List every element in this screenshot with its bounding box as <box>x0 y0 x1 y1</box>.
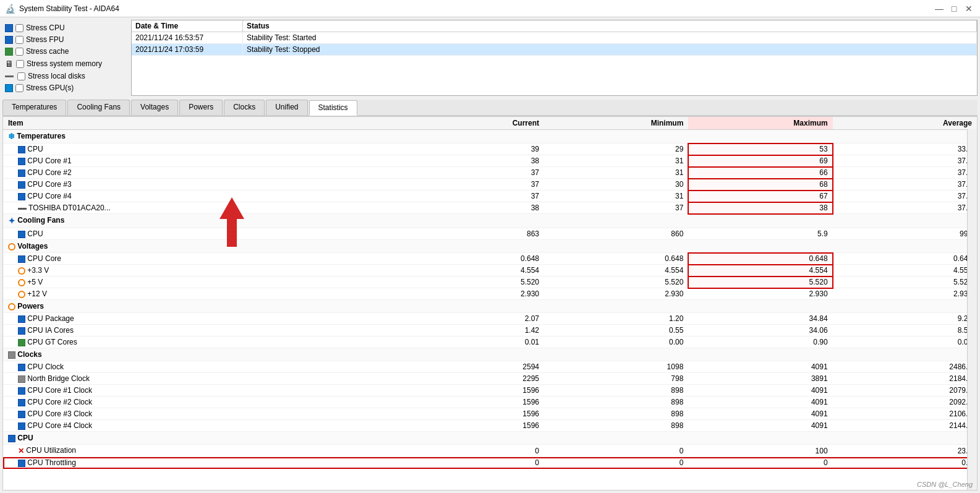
app-icon: 🔬 <box>5 4 15 14</box>
stress-memory-label: Stress system memory <box>27 59 102 68</box>
stress-cache-option[interactable]: Stress cache <box>5 46 124 57</box>
stress-gpu-icon <box>5 84 13 92</box>
log-datetime-2: 2021/11/24 17:03:59 <box>132 44 243 55</box>
title-bar: 🔬 System Stability Test - AIDA64 — □ ✕ <box>0 0 980 17</box>
table-row[interactable]: CPU Core #1 Clock159689840912079.9 <box>3 385 977 397</box>
table-row[interactable]: CPU Core0.6480.6480.6480.648 <box>3 253 977 265</box>
log-row-2[interactable]: 2021/11/24 17:03:59 Stability Test: Stop… <box>132 44 977 56</box>
maximize-button[interactable]: □ <box>948 2 960 15</box>
table-row[interactable]: CPU IA Cores1.420.5534.068.55 <box>3 325 977 337</box>
col-minimum: Minimum <box>544 117 688 130</box>
tab-voltages[interactable]: Voltages <box>131 100 178 115</box>
stress-cpu-option[interactable]: Stress CPU <box>5 22 124 33</box>
tab-unified[interactable]: Unified <box>266 100 307 115</box>
table-row[interactable]: North Bridge Clock229579838912184.3 <box>3 373 977 385</box>
stress-disks-checkbox[interactable] <box>17 72 25 80</box>
stress-memory-checkbox[interactable] <box>16 60 24 68</box>
log-header: Date & Time Status <box>132 20 977 32</box>
table-section-clocks: Clocks <box>3 348 977 361</box>
tab-cooling-fans[interactable]: Cooling Fans <box>67 100 130 115</box>
log-status-1: Stability Test: Started <box>243 32 977 43</box>
watermark: CSDN @L_Cheng <box>917 481 973 488</box>
table-row[interactable]: CPU8638605.9994 <box>3 228 977 240</box>
stress-gpu-option[interactable]: Stress GPU(s) <box>5 82 124 93</box>
top-section: Stress CPU Stress FPU Stress cache 🖥 Str… <box>2 20 978 96</box>
col-current: Current <box>400 117 544 130</box>
table-body: ❄ Temperatures CPU39295333.6 CPU Core #1… <box>3 130 977 469</box>
table-row[interactable]: CPU Core #237316637.2 <box>3 167 977 179</box>
scrollbar[interactable] <box>967 117 977 490</box>
col-maximum: Maximum <box>688 117 832 130</box>
close-button[interactable]: ✕ <box>963 2 975 15</box>
table-row[interactable]: CPU Core #2 Clock159689840912092.9 <box>3 397 977 408</box>
stress-cpu-icon <box>5 24 13 32</box>
table-row[interactable]: CPU Core #437316737.8 <box>3 191 977 202</box>
table-section-voltages: Voltages <box>3 240 977 253</box>
title-bar-left: 🔬 System Stability Test - AIDA64 <box>5 4 119 14</box>
table-row[interactable]: TOSHIBA DT01ACA20...38373837.2 <box>3 202 977 214</box>
stress-fpu-checkbox[interactable] <box>15 36 23 44</box>
table-row[interactable]: CPU GT Cores0.010.000.900.07 <box>3 337 977 348</box>
stress-fpu-option[interactable]: Stress FPU <box>5 34 124 45</box>
table-section-cooling-fans: ✦ Cooling Fans <box>3 214 977 228</box>
log-status-2: Stability Test: Stopped <box>243 44 977 55</box>
table-row[interactable]: CPU Core #4 Clock159689840912144.1 <box>3 420 977 432</box>
table-row[interactable]: +5 V5.5205.5205.5205.520 <box>3 277 977 288</box>
stress-disks-icon <box>5 75 14 77</box>
tabs-bar: Temperatures Cooling Fans Voltages Power… <box>2 100 978 116</box>
title-bar-controls: — □ ✕ <box>933 2 975 15</box>
tab-powers[interactable]: Powers <box>179 100 223 115</box>
stress-disks-option[interactable]: Stress local disks <box>5 71 124 82</box>
stress-memory-option[interactable]: 🖥 Stress system memory <box>5 58 124 70</box>
table-row[interactable]: +3.3 V4.5544.5544.5544.554 <box>3 265 977 277</box>
stress-memory-icon: 🖥 <box>5 59 14 69</box>
stress-fpu-icon <box>5 36 13 44</box>
table-section-temperatures: ❄ Temperatures <box>3 130 977 144</box>
stats-table: Item Current Minimum Maximum Average ❄ T… <box>3 117 977 469</box>
table-section-cpu: CPU <box>3 432 977 445</box>
tab-statistics[interactable]: Statistics <box>309 100 357 116</box>
col-average: Average <box>833 117 977 130</box>
log-datetime-1: 2021/11/24 16:53:57 <box>132 32 243 43</box>
tab-clocks[interactable]: Clocks <box>224 100 265 115</box>
main-container: Stress CPU Stress FPU Stress cache 🖥 Str… <box>0 17 980 493</box>
minimize-button[interactable]: — <box>933 2 945 15</box>
table-row[interactable]: CPU Clock2594109840912486.0 <box>3 361 977 373</box>
stress-cpu-checkbox[interactable] <box>15 24 23 32</box>
table-row[interactable]: CPU39295333.6 <box>3 144 977 155</box>
table-row[interactable]: +12 V2.9302.9302.9302.930 <box>3 288 977 300</box>
stress-options-panel: Stress CPU Stress FPU Stress cache 🖥 Str… <box>2 20 126 96</box>
col-item: Item <box>3 117 400 130</box>
log-panel: Date & Time Status 2021/11/24 16:53:57 S… <box>131 20 978 96</box>
table-row[interactable]: CPU Core #3 Clock159689840912106.2 <box>3 408 977 420</box>
stress-cache-checkbox[interactable] <box>15 48 23 56</box>
log-row-1[interactable]: 2021/11/24 16:53:57 Stability Test: Star… <box>132 32 977 44</box>
table-section-powers: Powers <box>3 300 977 313</box>
stress-cache-icon <box>5 48 13 56</box>
table-row[interactable]: CPU Core #337306837.1 <box>3 179 977 191</box>
tab-temperatures[interactable]: Temperatures <box>2 100 66 115</box>
table-row[interactable]: ✕ CPU Utilization0010023.2 <box>3 445 977 457</box>
table-row[interactable]: CPU Throttling0000.0 <box>3 457 977 469</box>
stress-cpu-label: Stress CPU <box>26 24 65 32</box>
stress-cache-label: Stress cache <box>26 47 69 56</box>
window-title: System Stability Test - AIDA64 <box>19 4 119 13</box>
stress-gpu-label: Stress GPU(s) <box>26 84 74 92</box>
stress-fpu-label: Stress FPU <box>26 35 64 44</box>
stress-disks-label: Stress local disks <box>28 72 85 80</box>
data-table-container[interactable]: Item Current Minimum Maximum Average ❄ T… <box>2 116 978 491</box>
log-col-datetime: Date & Time <box>132 20 243 32</box>
table-row[interactable]: CPU Core #138316937.8 <box>3 155 977 167</box>
table-header-row: Item Current Minimum Maximum Average <box>3 117 977 130</box>
log-col-status: Status <box>243 20 977 32</box>
table-row[interactable]: CPU Package2.071.2034.849.26 <box>3 313 977 325</box>
stress-gpu-checkbox[interactable] <box>15 84 23 92</box>
